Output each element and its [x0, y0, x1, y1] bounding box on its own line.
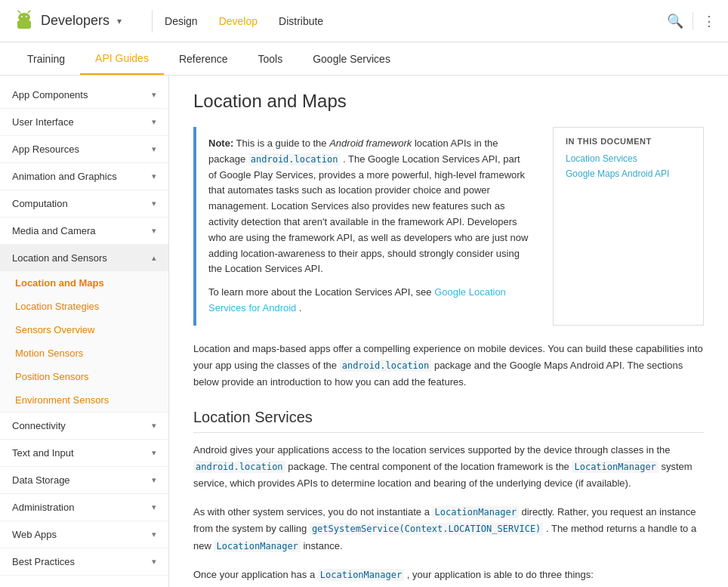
- note-content: Note: This is a guide to the Android fra…: [193, 127, 541, 326]
- sidebar-header-data-storage[interactable]: Data Storage ▾: [0, 467, 168, 493]
- s1p3-text1: Once your application has a: [193, 569, 318, 580]
- sidebar-header-text-input[interactable]: Text and Input ▾: [0, 440, 168, 466]
- brand-dropdown-icon[interactable]: ▾: [117, 16, 122, 26]
- section1-para1: Android gives your applications access t…: [193, 442, 704, 492]
- sidebar-label-best-practices: Best Practices: [12, 556, 75, 567]
- sidebar-item-motion-sensors[interactable]: Motion Sensors: [0, 341, 168, 365]
- sidebar-label-computation: Computation: [12, 198, 68, 209]
- sidebar-section-user-interface: User Interface ▾: [0, 109, 168, 136]
- sidebar-section-app-components: App Components ▾: [0, 82, 168, 109]
- svg-line-7: [28, 11, 30, 13]
- section1-para3: Once your application has a LocationMana…: [193, 567, 704, 583]
- nav-divider: [152, 10, 153, 32]
- chevron-media: ▾: [152, 226, 156, 236]
- sidebar-header-web-apps[interactable]: Web Apps ▾: [0, 521, 168, 548]
- sidebar-section-connectivity: Connectivity ▾: [0, 412, 168, 440]
- right-divider: [693, 12, 693, 30]
- secondary-navbar: Training API Guides Reference Tools Goog…: [0, 42, 728, 76]
- sidebar-item-sensors-overview[interactable]: Sensors Overview: [0, 318, 168, 341]
- sidebar-label-location-sensors: Location and Sensors: [12, 252, 107, 264]
- main-content: Location and Maps Note: This is a guide …: [169, 76, 728, 587]
- note-paragraph2: To learn more about the Location Service…: [208, 285, 529, 317]
- sec-nav-reference[interactable]: Reference: [164, 44, 243, 74]
- sidebar-header-app-resources[interactable]: App Resources ▾: [0, 136, 168, 162]
- sidebar-header-connectivity[interactable]: Connectivity ▾: [0, 412, 168, 439]
- chevron-best-practices: ▾: [152, 557, 156, 567]
- in-doc-title: IN THIS DOCUMENT: [566, 137, 691, 146]
- top-navbar: Developers ▾ Design Develop Distribute 🔍…: [0, 0, 728, 42]
- sidebar-section-text-input: Text and Input ▾: [0, 440, 168, 467]
- sidebar-label-data-storage: Data Storage: [12, 474, 70, 486]
- chevron-web-apps: ▾: [152, 530, 156, 539]
- in-doc-link-location-services[interactable]: Location Services: [566, 153, 691, 164]
- svg-point-5: [26, 16, 27, 17]
- in-doc-box: IN THIS DOCUMENT Location Services Googl…: [553, 127, 704, 326]
- svg-point-4: [21, 16, 23, 17]
- note-label: Note:: [208, 137, 233, 149]
- s1p1-text1: Android gives your applications access t…: [193, 444, 671, 456]
- chevron-computation: ▾: [152, 199, 156, 209]
- sidebar-header-administration[interactable]: Administration ▾: [0, 494, 168, 521]
- s1p1-code1: android.location: [193, 461, 285, 473]
- search-button[interactable]: 🔍: [667, 13, 683, 29]
- in-doc-link-google-maps[interactable]: Google Maps Android API: [566, 168, 691, 179]
- sidebar-item-environment-sensors[interactable]: Environment Sensors: [0, 388, 168, 412]
- sidebar-header-animation[interactable]: Animation and Graphics ▾: [0, 163, 168, 190]
- note-block: Note: This is a guide to the Android fra…: [193, 127, 704, 326]
- sec-nav-google-services[interactable]: Google Services: [298, 44, 406, 74]
- sidebar-item-location-maps[interactable]: Location and Maps: [0, 271, 168, 295]
- sidebar-section-best-practices: Best Practices ▾: [0, 548, 168, 576]
- note-paragraph1: Note: This is a guide to the Android fra…: [208, 136, 529, 277]
- note-text3: . The Google Location Services API, part…: [208, 153, 528, 275]
- note-code1: android.location: [248, 153, 341, 165]
- s1p3-text2: , your application is able to do three t…: [407, 569, 594, 580]
- sidebar-section-web-apps: Web Apps ▾: [0, 521, 168, 548]
- svg-point-3: [18, 13, 30, 22]
- section1-para2: As with other system services, you do no…: [193, 504, 704, 554]
- s1p1-text2: package. The central component of the lo…: [288, 461, 572, 472]
- chevron-app-resources: ▾: [152, 144, 156, 154]
- chevron-location-sensors: ▴: [152, 253, 156, 263]
- sidebar-header-media[interactable]: Media and Camera ▾: [0, 218, 168, 244]
- sidebar-label-media: Media and Camera: [12, 225, 96, 236]
- s1p2-code3: LocationManager: [214, 540, 300, 552]
- s1p3-code1: LocationManager: [318, 569, 404, 581]
- sidebar-item-position-sensors[interactable]: Position Sensors: [0, 365, 168, 388]
- nav-distribute[interactable]: Distribute: [279, 15, 323, 27]
- intro-code: android.location: [340, 360, 432, 372]
- note-italic: Android framework: [329, 137, 412, 149]
- sidebar-header-computation[interactable]: Computation ▾: [0, 190, 168, 217]
- sidebar-header-user-interface[interactable]: User Interface ▾: [0, 109, 168, 135]
- sidebar-section-location-sensors: Location and Sensors ▴ Location and Maps…: [0, 245, 168, 412]
- android-icon: [12, 9, 36, 33]
- brand-logo[interactable]: Developers ▾: [12, 9, 122, 33]
- sidebar-label-animation: Animation and Graphics: [12, 171, 117, 182]
- page-title: Location and Maps: [193, 91, 704, 112]
- nav-design[interactable]: Design: [165, 15, 198, 27]
- sidebar-header-location-sensors[interactable]: Location and Sensors ▴: [0, 245, 168, 271]
- chevron-connectivity: ▾: [152, 421, 156, 431]
- chevron-user-interface: ▾: [152, 117, 156, 127]
- sidebar-section-computation: Computation ▾: [0, 190, 168, 218]
- sec-nav-training[interactable]: Training: [12, 44, 80, 74]
- main-layout: App Components ▾ User Interface ▾ App Re…: [0, 76, 728, 587]
- sidebar-section-administration: Administration ▾: [0, 494, 168, 521]
- note-text4: To learn more about the Location Service…: [208, 286, 434, 298]
- sec-nav-tools[interactable]: Tools: [242, 44, 298, 74]
- sidebar-label-administration: Administration: [12, 502, 74, 513]
- sidebar-section-animation: Animation and Graphics ▾: [0, 163, 168, 190]
- sidebar-sub-location-sensors: Location and Maps Location Strategies Se…: [0, 271, 168, 412]
- more-options-button[interactable]: ⋮: [702, 13, 716, 29]
- chevron-text-input: ▾: [152, 448, 156, 458]
- sidebar-section-media: Media and Camera ▾: [0, 218, 168, 245]
- sidebar: App Components ▾ User Interface ▾ App Re…: [0, 76, 169, 587]
- nav-develop[interactable]: Develop: [219, 15, 258, 27]
- sidebar-section-app-resources: App Resources ▾: [0, 136, 168, 163]
- sidebar-header-app-components[interactable]: App Components ▾: [0, 82, 168, 108]
- chevron-app-components: ▾: [152, 90, 156, 100]
- sidebar-header-best-practices[interactable]: Best Practices ▾: [0, 548, 168, 575]
- sec-nav-api-guides[interactable]: API Guides: [80, 43, 164, 75]
- top-nav-links: Design Develop Distribute: [165, 15, 323, 27]
- sidebar-item-location-strategies[interactable]: Location Strategies: [0, 295, 168, 318]
- top-nav-right: 🔍 ⋮: [667, 12, 716, 30]
